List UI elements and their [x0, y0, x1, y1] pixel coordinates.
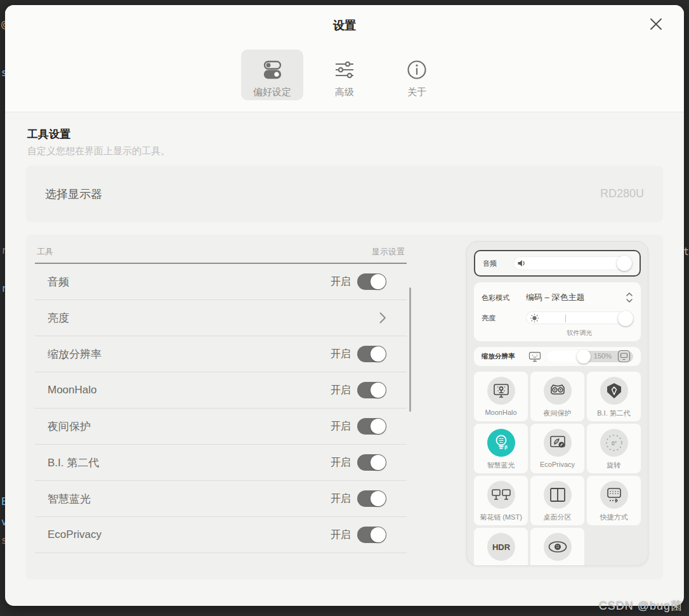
- preview-tool-card[interactable]: 桌面分区: [530, 476, 584, 525]
- dialog-title: 设置: [5, 18, 684, 33]
- preview-tool-label: 快捷方式: [600, 513, 628, 522]
- preview-tool-label: B.I. 第二代: [597, 409, 631, 418]
- tab-preferences[interactable]: 偏好设定: [241, 49, 303, 100]
- preview-audio-label: 音频: [483, 259, 504, 268]
- tab-label: 高级: [335, 86, 354, 98]
- tab-advanced[interactable]: 高级: [313, 49, 376, 100]
- tool-toggle[interactable]: [357, 454, 386, 471]
- scaling-value: 150%: [594, 352, 612, 360]
- tool-toggle[interactable]: [357, 490, 386, 507]
- preview-tool-label: 夜间保护: [544, 409, 572, 418]
- chevron-right-icon[interactable]: [379, 311, 386, 324]
- color-mode-label: 色彩模式: [482, 293, 517, 303]
- preview-audio-row: 音频: [474, 250, 641, 277]
- tools-preview-panel: 音频 色彩模式 编码 – 深色主题 亮度: [466, 241, 648, 566]
- brightness-row: 亮度: [482, 309, 633, 327]
- display-selector[interactable]: 选择显示器 RD280U: [26, 166, 663, 222]
- tool-list-header-left: 工具: [37, 246, 53, 258]
- tool-toggle[interactable]: [357, 346, 386, 362]
- preview-tool-card[interactable]: β智慧蓝光: [474, 424, 528, 473]
- monitor-box-icon: [617, 350, 631, 363]
- background-code-fragment: t: [683, 246, 689, 258]
- tool-list-scrollbar[interactable]: [409, 287, 411, 412]
- tool-row-label: MoonHalo: [48, 384, 97, 396]
- rotate-icon: 0°: [600, 429, 628, 457]
- sliders-icon: [332, 57, 357, 82]
- tool-row[interactable]: B.I. 第二代开启: [35, 445, 407, 481]
- tool-toggle[interactable]: [357, 382, 386, 398]
- preview-tool-card[interactable]: 0°旋转: [587, 424, 641, 473]
- tools-panel: 工具 显示设置 音频开启亮度缩放分辨率开启MoonHalo开启夜间保护开启B.I…: [26, 235, 663, 579]
- preview-tool-card[interactable]: EcoPrivacy: [530, 424, 584, 473]
- section-title: 工具设置: [27, 127, 70, 141]
- close-button[interactable]: [645, 13, 667, 36]
- tool-row-label: 亮度: [48, 311, 69, 325]
- smart-bluelight-icon: β: [487, 429, 515, 457]
- scaling-slider-knob[interactable]: [577, 350, 591, 364]
- brightness-label: 亮度: [482, 313, 517, 323]
- preview-color-card: 色彩模式 编码 – 深色主题 亮度 软件调光: [474, 282, 641, 341]
- eye-icon: [544, 533, 572, 561]
- settings-dialog: 设置 偏好设定高级关于 工具设置 自定义您想在界面上显示的工具。 选择显示器 R…: [5, 5, 684, 606]
- brightness-slider[interactable]: [526, 311, 633, 324]
- toggle-state-label: 开启: [331, 384, 351, 397]
- audio-slider-knob[interactable]: [617, 256, 632, 271]
- tool-toggle[interactable]: [357, 418, 386, 435]
- brightness-caption: 软件调光: [526, 329, 633, 337]
- toggle-state-label: 开启: [331, 348, 351, 361]
- toggles-icon: [260, 57, 284, 82]
- tool-toggle[interactable]: [357, 527, 386, 543]
- tool-row[interactable]: 夜间保护开启: [35, 409, 407, 445]
- preview-tool-card[interactable]: MoonHalo: [474, 372, 528, 421]
- toggle-state-label: 开启: [331, 528, 351, 542]
- info-icon: [406, 57, 428, 82]
- preview-tool-label: 桌面分区: [544, 513, 572, 522]
- preview-tool-card[interactable]: B.I. 第二代: [587, 372, 641, 421]
- preview-tool-card[interactable]: 夜间保护: [530, 372, 584, 421]
- partition-icon: [544, 481, 572, 509]
- tool-row[interactable]: 缩放分辨率开启: [35, 336, 407, 372]
- tab-label: 偏好设定: [253, 86, 291, 98]
- svg-text:0°: 0°: [611, 440, 616, 447]
- tool-row[interactable]: MoonHalo开启: [35, 372, 407, 409]
- ecoprivacy-icon: [544, 429, 572, 457]
- svg-text:β: β: [504, 444, 508, 450]
- tool-list-header-right: 显示设置: [372, 246, 405, 258]
- toggle-state-label: 开启: [331, 275, 351, 289]
- watermark: CSDN @bug菌: [599, 598, 683, 613]
- preview-tool-label: 色弱: [551, 565, 565, 566]
- dialog-header: 设置 偏好设定高级关于: [5, 5, 684, 112]
- tool-row-label: 夜间保护: [48, 419, 91, 434]
- color-mode-value: 编码 – 深色主题: [526, 292, 617, 303]
- preview-tool-card[interactable]: 菊花链 (MST): [474, 476, 528, 525]
- speaker-icon: [517, 259, 526, 268]
- preview-tool-card[interactable]: HDRHDR: [474, 528, 528, 566]
- audio-volume-slider[interactable]: [513, 256, 632, 270]
- scaling-slider[interactable]: 150%: [546, 351, 633, 362]
- tool-row[interactable]: 音频开启: [35, 264, 407, 300]
- scaling-label: 缩放分辨率: [482, 352, 523, 361]
- tool-row[interactable]: EcoPrivacy开启: [35, 517, 407, 553]
- tool-row[interactable]: 智慧蓝光开启: [35, 481, 407, 517]
- preview-scaling-row: 缩放分辨率 150%: [474, 347, 641, 366]
- preview-tool-label: 菊花链 (MST): [480, 513, 522, 522]
- display-selector-label: 选择显示器: [45, 187, 102, 202]
- hdr-icon: HDR: [487, 533, 515, 561]
- preview-tool-label: 智慧蓝光: [487, 461, 515, 470]
- brightness-slider-knob[interactable]: [618, 311, 633, 326]
- tool-list-header: 工具 显示设置: [35, 246, 407, 258]
- preview-tool-card[interactable]: 快捷方式: [587, 476, 641, 525]
- preview-tool-label: 旋转: [607, 461, 621, 470]
- tool-toggle[interactable]: [357, 273, 386, 290]
- tool-row-label: 智慧蓝光: [48, 492, 91, 506]
- tab-about[interactable]: 关于: [386, 49, 448, 100]
- tool-row[interactable]: 亮度: [35, 300, 407, 336]
- preview-tool-card[interactable]: 色弱: [530, 528, 584, 566]
- svg-text:HDR: HDR: [492, 542, 510, 552]
- monitor-icon: [528, 351, 541, 362]
- preview-tool-grid: MoonHalo夜间保护B.I. 第二代β智慧蓝光EcoPrivacy0°旋转菊…: [474, 372, 641, 566]
- tool-row-label: B.I. 第二代: [48, 455, 99, 470]
- toggle-state-label: 开启: [331, 492, 351, 506]
- color-mode-stepper[interactable]: [626, 291, 633, 304]
- toggle-state-label: 开启: [331, 420, 351, 433]
